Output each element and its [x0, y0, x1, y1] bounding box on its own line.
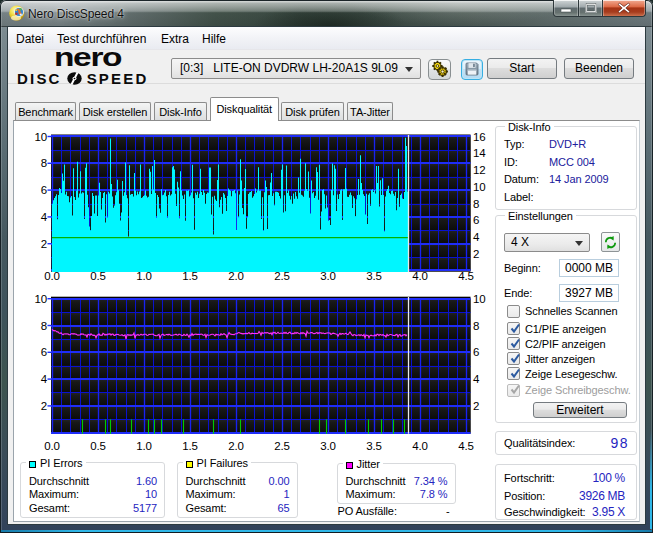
svg-text:10: 10 [473, 293, 486, 305]
svg-text:8: 8 [41, 320, 47, 332]
svg-text:0.5: 0.5 [90, 270, 106, 282]
svg-text:4.0: 4.0 [412, 440, 428, 452]
svg-text:2.5: 2.5 [274, 270, 290, 282]
svg-text:2.5: 2.5 [274, 440, 290, 452]
svg-text:4: 4 [41, 373, 48, 385]
svg-text:1.5: 1.5 [182, 270, 198, 282]
svg-text:2.0: 2.0 [228, 270, 244, 282]
svg-text:1.0: 1.0 [136, 440, 152, 452]
svg-text:3.5: 3.5 [366, 270, 382, 282]
svg-text:10: 10 [473, 181, 486, 193]
svg-text:14: 14 [473, 147, 486, 159]
svg-text:10: 10 [34, 293, 47, 305]
svg-text:4.5: 4.5 [458, 440, 474, 452]
svg-text:6: 6 [41, 184, 47, 196]
svg-text:4.5: 4.5 [458, 270, 474, 282]
svg-text:2: 2 [41, 238, 47, 250]
svg-text:0.0: 0.0 [44, 440, 60, 452]
svg-text:16: 16 [473, 131, 486, 143]
svg-text:3.5: 3.5 [366, 440, 382, 452]
svg-text:4: 4 [473, 373, 480, 385]
svg-text:10: 10 [34, 131, 47, 143]
svg-text:6: 6 [41, 346, 47, 358]
svg-text:2.0: 2.0 [228, 440, 244, 452]
svg-text:1.5: 1.5 [182, 440, 198, 452]
svg-text:4: 4 [473, 231, 480, 243]
svg-text:0.5: 0.5 [90, 440, 106, 452]
svg-text:4.0: 4.0 [412, 270, 428, 282]
svg-text:12: 12 [473, 164, 486, 176]
svg-text:1.0: 1.0 [136, 270, 152, 282]
svg-text:3.0: 3.0 [320, 440, 336, 452]
svg-text:4: 4 [41, 211, 48, 223]
svg-text:3.0: 3.0 [320, 270, 336, 282]
svg-text:8: 8 [41, 157, 47, 169]
svg-text:0.0: 0.0 [44, 270, 60, 282]
svg-text:2: 2 [41, 400, 47, 412]
